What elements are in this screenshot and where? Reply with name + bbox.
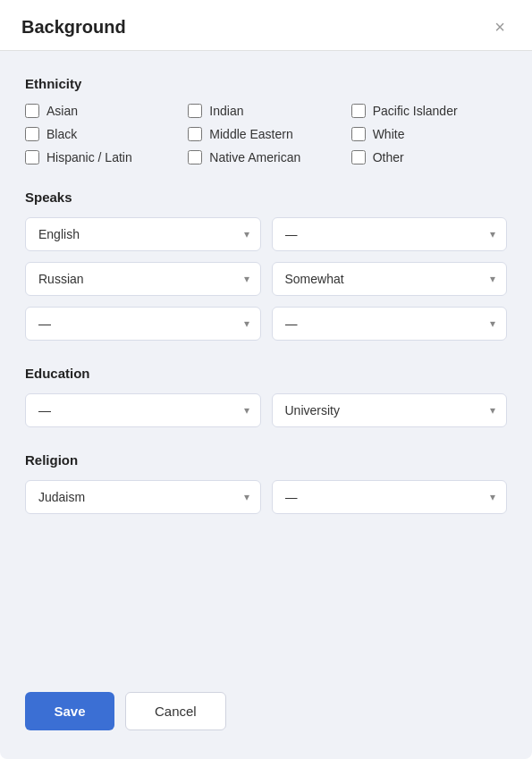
checkbox-pacific-islander[interactable]: Pacific Islander	[351, 104, 507, 118]
checkbox-indian-input[interactable]	[188, 104, 202, 118]
religion-section: Religion — Judaism Christianity Islam Bu…	[25, 452, 507, 514]
save-button[interactable]: Save	[25, 692, 114, 730]
modal-body: Ethnicity Asian Indian Pacific Islander …	[0, 51, 532, 692]
close-button[interactable]: ×	[489, 16, 511, 38]
proficiency-1-select[interactable]: — Basic Somewhat Fluent Native	[273, 218, 507, 250]
checkbox-other-label: Other	[373, 150, 404, 164]
religion-title: Religion	[25, 452, 507, 468]
education-type-wrapper: — University College Trade School Commun…	[272, 393, 508, 427]
speaks-grid: — English Russian Spanish French ▾ — Bas…	[25, 217, 507, 341]
modal-title: Background	[21, 17, 126, 38]
checkbox-hispanic[interactable]: Hispanic / Latin	[25, 150, 181, 164]
modal-header: Background ×	[0, 0, 532, 51]
denomination-select[interactable]: — Reform Conservative Orthodox Other	[273, 481, 507, 513]
checkbox-middle-eastern[interactable]: Middle Eastern	[188, 127, 343, 141]
proficiency-2-select[interactable]: — Basic Somewhat Fluent Native	[273, 263, 507, 295]
proficiency-3-select[interactable]: — Basic Somewhat Fluent Native	[273, 308, 507, 340]
checkbox-asian-input[interactable]	[25, 104, 39, 118]
checkbox-asian[interactable]: Asian	[25, 104, 181, 118]
language-3-select[interactable]: — English Russian Spanish	[26, 308, 260, 340]
ethnicity-section: Ethnicity Asian Indian Pacific Islander …	[25, 76, 507, 164]
checkbox-white[interactable]: White	[351, 127, 507, 141]
checkbox-hispanic-input[interactable]	[25, 150, 39, 164]
education-title: Education	[25, 366, 507, 381]
checkbox-indian-label: Indian	[209, 104, 243, 118]
proficiency-2-wrapper: — Basic Somewhat Fluent Native ▾	[272, 262, 508, 296]
language-3-wrapper: — English Russian Spanish ▾	[25, 307, 261, 341]
ethnicity-title: Ethnicity	[25, 76, 507, 91]
language-1-select[interactable]: — English Russian Spanish French	[26, 218, 260, 250]
checkbox-pacific-islander-label: Pacific Islander	[373, 104, 458, 118]
checkbox-black-label: Black	[46, 127, 77, 141]
religion-grid: — Judaism Christianity Islam Buddhism Hi…	[25, 480, 507, 514]
language-1-wrapper: — English Russian Spanish French ▾	[25, 217, 261, 251]
checkbox-indian[interactable]: Indian	[188, 104, 343, 118]
ethnicity-grid: Asian Indian Pacific Islander Black Midd…	[25, 104, 507, 164]
speaks-section: Speaks — English Russian Spanish French …	[25, 190, 507, 341]
language-2-wrapper: — English Russian Spanish French ▾	[25, 262, 261, 296]
cancel-button[interactable]: Cancel	[125, 692, 226, 730]
checkbox-asian-label: Asian	[46, 104, 78, 118]
education-section: Education — High School Some College Uni…	[25, 366, 507, 427]
checkbox-middle-eastern-input[interactable]	[188, 127, 202, 141]
education-grid: — High School Some College University Gr…	[25, 393, 507, 427]
religion-value-wrapper: — Judaism Christianity Islam Buddhism Hi…	[25, 480, 261, 514]
checkbox-pacific-islander-input[interactable]	[351, 104, 366, 118]
checkbox-other-input[interactable]	[351, 150, 366, 164]
education-level-wrapper: — High School Some College University Gr…	[25, 393, 261, 427]
religion-select[interactable]: — Judaism Christianity Islam Buddhism Hi…	[26, 481, 260, 513]
proficiency-3-wrapper: — Basic Somewhat Fluent Native ▾	[272, 307, 508, 341]
checkbox-black[interactable]: Black	[25, 127, 181, 141]
proficiency-1-wrapper: — Basic Somewhat Fluent Native ▾	[272, 217, 508, 251]
checkbox-hispanic-label: Hispanic / Latin	[46, 150, 132, 164]
modal-footer: Save Cancel	[0, 692, 532, 759]
checkbox-native-american-input[interactable]	[188, 150, 202, 164]
denomination-wrapper: — Reform Conservative Orthodox Other ▾	[272, 480, 508, 514]
education-type-select[interactable]: — University College Trade School Commun…	[273, 394, 507, 426]
background-modal: Background × Ethnicity Asian Indian Paci…	[0, 0, 532, 759]
checkbox-white-label: White	[373, 127, 405, 141]
checkbox-native-american[interactable]: Native American	[188, 150, 343, 164]
checkbox-black-input[interactable]	[25, 127, 39, 141]
checkbox-native-american-label: Native American	[209, 150, 300, 164]
checkbox-other[interactable]: Other	[351, 150, 507, 164]
language-2-select[interactable]: — English Russian Spanish French	[26, 263, 260, 295]
checkbox-white-input[interactable]	[351, 127, 366, 141]
checkbox-middle-eastern-label: Middle Eastern	[209, 127, 292, 141]
education-level-select[interactable]: — High School Some College University Gr…	[26, 394, 260, 426]
speaks-title: Speaks	[25, 190, 507, 205]
